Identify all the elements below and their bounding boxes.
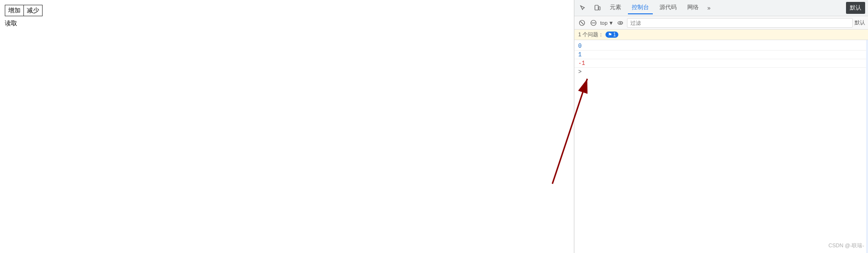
console-chevron-icon: > — [578, 69, 582, 75]
tab-sources[interactable]: 源代码 — [656, 1, 681, 14]
warning-icon: ⚑ — [608, 32, 612, 37]
svg-rect-0 — [595, 5, 598, 10]
svg-rect-1 — [599, 7, 600, 10]
console-value-0: 0 — [578, 43, 582, 50]
button-group: 增加 减少 — [5, 5, 569, 16]
increase-button[interactable]: 增加 — [5, 5, 24, 16]
console-output: 0 1 -1 > — [574, 40, 868, 253]
issues-text: 1 个问题： — [578, 31, 604, 38]
clear-console-button[interactable] — [577, 18, 587, 28]
filter-input[interactable] — [627, 18, 853, 28]
main-page: 增加 减少 读取 — [0, 0, 574, 253]
console-line-1: 1 — [574, 51, 868, 59]
issues-count: 1 — [613, 32, 616, 37]
read-label: 读取 — [5, 19, 569, 28]
issues-bar: 1 个问题： ⚑ 1 — [574, 30, 868, 40]
console-input-line: > — [574, 68, 868, 76]
console-toolbar: top ▼ 默认 — [574, 16, 868, 30]
svg-point-7 — [620, 22, 621, 23]
console-line-0: 0 — [574, 42, 868, 51]
context-value: top — [600, 20, 607, 26]
settings-button[interactable]: 默认 — [846, 2, 865, 14]
decrease-button[interactable]: 减少 — [24, 5, 43, 16]
console-line-neg: -1 — [574, 59, 868, 68]
console-value-neg: -1 — [578, 60, 585, 67]
tab-elements[interactable]: 元素 — [606, 1, 625, 14]
eye-icon[interactable] — [615, 18, 625, 28]
tab-network[interactable]: 网络 — [683, 1, 703, 14]
more-tabs-icon[interactable]: » — [705, 3, 713, 13]
issues-badge[interactable]: ⚑ 1 — [605, 32, 618, 38]
console-value-1: 1 — [578, 52, 582, 58]
console-gutter — [866, 40, 868, 253]
inspect-icon[interactable] — [577, 2, 589, 14]
attribution: CSDN @-联瑞- — [828, 242, 864, 249]
block-icon[interactable] — [589, 18, 598, 28]
device-icon[interactable] — [592, 2, 603, 14]
svg-point-6 — [618, 21, 623, 24]
tab-console[interactable]: 控制台 — [628, 1, 653, 14]
svg-line-3 — [581, 21, 583, 24]
default-levels-button[interactable]: 默认 — [855, 19, 865, 26]
devtools-panel: 元素 控制台 源代码 网络 » 默认 top ▼ — [574, 0, 868, 253]
context-dropdown-icon: ▼ — [608, 20, 614, 26]
devtools-tab-bar: 元素 控制台 源代码 网络 » 默认 — [574, 0, 868, 16]
context-selector[interactable]: top ▼ — [600, 20, 614, 26]
